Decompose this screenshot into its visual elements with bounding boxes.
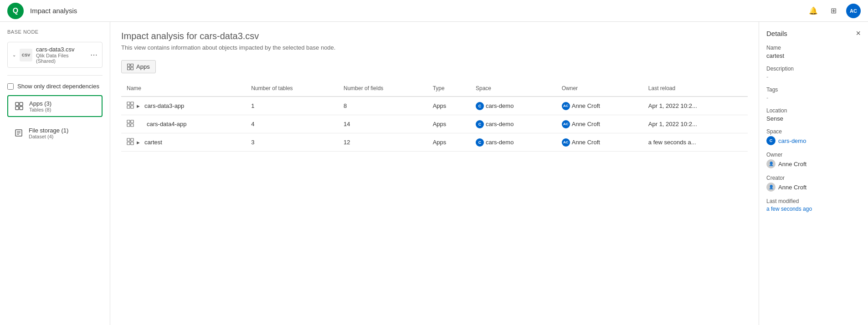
svg-rect-17 <box>131 106 134 108</box>
qlik-logo-icon: Q <box>7 3 24 19</box>
svg-rect-20 <box>127 124 130 127</box>
svg-rect-22 <box>127 138 130 141</box>
details-panel: Details × Name cartest Description - Tag… <box>759 22 868 325</box>
row-space-name: cars-demo <box>486 102 514 109</box>
row-last-reload: a few seconds a... <box>643 133 748 152</box>
direct-dependencies-checkbox[interactable] <box>7 83 14 90</box>
apps-tab-label: Apps <box>136 63 150 70</box>
detail-description-label: Description <box>766 66 861 72</box>
row-owner-dot-icon: AC <box>562 120 570 128</box>
detail-location-value: Sense <box>766 115 861 122</box>
svg-rect-18 <box>127 120 130 123</box>
close-details-button[interactable]: × <box>856 29 861 37</box>
base-node-location: Qlik Data Files (Shared) <box>36 53 87 64</box>
row-owner-name: Anne Croft <box>572 102 600 109</box>
main-layout: Base node ⌄ CSV cars-data3.csv Qlik Data… <box>0 22 868 325</box>
row-space: C cars-demo <box>470 115 556 133</box>
row-type: Apps <box>427 115 470 133</box>
row-expand-button[interactable]: ► <box>136 103 141 109</box>
row-num-fields: 14 <box>338 115 427 133</box>
row-name-cell: cars-data4-app <box>121 115 246 133</box>
svg-rect-19 <box>131 120 134 123</box>
table-row[interactable]: cars-data4-app 4 14 Apps C cars-demo AC … <box>121 115 748 133</box>
row-name: cars-data3-app <box>144 102 184 109</box>
detail-name-value: cartest <box>766 52 861 59</box>
row-expand-button[interactable]: ► <box>136 140 141 145</box>
table-body: ► cars-data3-app 1 8 Apps C cars-demo AC… <box>121 96 748 152</box>
detail-tags-section: Tags - <box>766 86 861 101</box>
detail-description-section: Description - <box>766 66 861 80</box>
detail-owner-section: Owner 👤 Anne Croft <box>766 152 861 168</box>
sidebar-item-apps[interactable]: Apps (3) Tables (8) <box>7 95 103 117</box>
col-name: Name <box>121 81 246 96</box>
row-owner-dot-icon: AC <box>562 102 570 110</box>
topnav: Q Impact analysis 🔔 ⊞ AC <box>0 0 868 22</box>
detail-name-section: Name cartest <box>766 45 861 59</box>
base-node-label: Base node <box>7 29 103 35</box>
detail-location-section: Location Sense <box>766 107 861 122</box>
svg-rect-5 <box>20 107 23 110</box>
col-num-fields: Number of fields <box>338 81 427 96</box>
left-sidebar: Base node ⌄ CSV cars-data3.csv Qlik Data… <box>0 22 110 325</box>
detail-creator-value: Anne Croft <box>778 184 806 191</box>
detail-last-modified-value: a few seconds ago <box>766 206 861 212</box>
row-space: C cars-demo <box>470 133 556 152</box>
detail-owner-icon: 👤 <box>766 159 776 168</box>
row-name: cartest <box>144 139 162 146</box>
svg-rect-25 <box>131 142 134 145</box>
user-avatar-button[interactable]: AC <box>846 4 861 18</box>
file-storage-nav-icon <box>12 127 25 139</box>
apps-tab-icon <box>127 64 134 70</box>
impact-table: Name Number of tables Number of fields T… <box>121 81 748 152</box>
row-name-cell: ► cars-data3-app <box>121 96 246 115</box>
details-panel-header: Details × <box>766 29 861 37</box>
row-owner-name: Anne Croft <box>572 139 600 146</box>
page-title: Impact analysis for cars-data3.csv <box>121 31 748 41</box>
row-space-dot-icon: C <box>476 138 484 147</box>
detail-space-section: Space C cars-demo <box>766 128 861 145</box>
col-last-reload: Last reload <box>643 81 748 96</box>
svg-rect-2 <box>15 102 19 106</box>
detail-space-link[interactable]: cars-demo <box>778 137 806 144</box>
detail-name-label: Name <box>766 45 861 51</box>
svg-rect-11 <box>131 64 134 66</box>
notifications-button[interactable]: 🔔 <box>806 4 821 18</box>
table-row[interactable]: ► cartest 3 12 Apps C cars-demo AC Anne … <box>121 133 748 152</box>
direct-dependencies-label: Show only direct dependencies <box>17 83 99 90</box>
detail-owner-row: 👤 Anne Croft <box>766 159 861 168</box>
app-title: Impact analysis <box>30 7 77 15</box>
svg-rect-4 <box>15 107 19 110</box>
more-options-button[interactable]: ⋯ <box>90 51 98 59</box>
row-name-cell: ► cartest <box>121 133 246 152</box>
table-row[interactable]: ► cars-data3-app 1 8 Apps C cars-demo AC… <box>121 96 748 115</box>
direct-dependencies-filter: Show only direct dependencies <box>7 83 103 90</box>
row-num-tables: 3 <box>246 133 338 152</box>
detail-tags-value: - <box>766 94 861 101</box>
csv-file-icon: CSV <box>20 49 32 61</box>
row-owner-dot-icon: AC <box>562 138 570 147</box>
apps-tab-button[interactable]: Apps <box>121 60 156 73</box>
topnav-icons: 🔔 ⊞ AC <box>806 4 861 18</box>
apps-nav-sub: Tables (8) <box>29 107 97 112</box>
detail-tags-label: Tags <box>766 86 861 93</box>
apps-grid-button[interactable]: ⊞ <box>826 4 841 18</box>
expand-chevron-icon[interactable]: ⌄ <box>12 52 16 57</box>
row-num-tables: 1 <box>246 96 338 115</box>
detail-creator-row: 👤 Anne Croft <box>766 183 861 192</box>
row-num-tables: 4 <box>246 115 338 133</box>
base-node-card: ⌄ CSV cars-data3.csv Qlik Data Files (Sh… <box>7 42 103 68</box>
sidebar-item-file-storage[interactable]: File storage (1) Dataset (4) <box>7 122 103 143</box>
row-num-fields: 12 <box>338 133 427 152</box>
row-space: C cars-demo <box>470 96 556 115</box>
svg-text:Q: Q <box>13 7 18 15</box>
sidebar-divider <box>7 75 103 76</box>
row-space-name: cars-demo <box>486 139 514 146</box>
row-owner: AC Anne Croft <box>556 115 643 133</box>
file-storage-nav-text: File storage (1) Dataset (4) <box>29 127 98 139</box>
svg-rect-23 <box>131 138 134 141</box>
row-space-dot-icon: C <box>476 120 484 128</box>
detail-owner-value: Anne Croft <box>778 161 806 168</box>
row-owner: AC Anne Croft <box>556 133 643 152</box>
row-owner-name: Anne Croft <box>572 121 600 127</box>
svg-rect-21 <box>131 124 134 127</box>
